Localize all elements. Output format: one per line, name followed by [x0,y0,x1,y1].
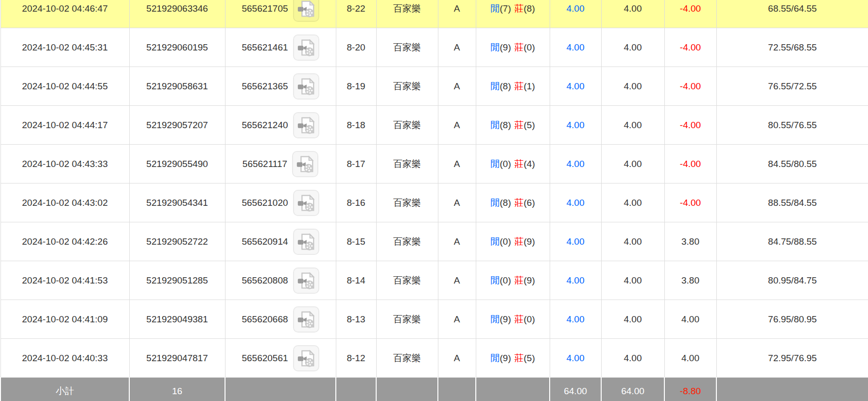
banker-score: (5) [524,120,535,130]
banker-result: 莊(5) [515,353,535,363]
banker-label: 莊 [515,314,524,324]
cell-bet-id: 521929058631 [129,67,225,106]
cell-bet-amount: 4.00 [550,106,601,145]
cell-table-code: A [438,261,476,300]
cell-bet-id: 521929057207 [129,106,225,145]
cell-valid-bet-amount: 4.00 [601,222,664,261]
cell-table-code: A [438,339,476,378]
round-id-with-replay: 565620561 [226,345,336,371]
banker-label: 莊 [515,3,524,14]
subtotal-count: 16 [129,378,225,401]
cell-round-number: 8-16 [336,184,376,222]
cell-bet-id: 521929049381 [129,300,225,339]
subtotal-empty-result [476,378,550,401]
cell-game-result: 閒(8)莊(1) [476,67,550,106]
cell-bet-id: 521929051285 [129,261,225,300]
cell-bet-id: 521929054341 [129,184,225,222]
cell-game-name: 百家樂 [376,106,438,145]
cell-win-loss: 3.80 [664,222,716,261]
cell-valid-bet-amount: 4.00 [601,0,664,28]
cell-table-code: A [438,0,476,28]
cell-table-code: A [438,145,476,184]
cell-round-id: 565620914 [225,222,336,261]
video-replay-button[interactable] [293,190,319,216]
cell-game-result: 閒(7)莊(8) [476,0,550,28]
cell-balance: 72.95/76.95 [716,339,868,378]
round-id-with-replay: 565621705 [226,0,336,22]
cell-game-result: 閒(9)莊(0) [476,28,550,67]
round-id-number: 565620561 [242,353,288,364]
video-replay-button[interactable] [293,73,319,100]
cell-bet-id: 521929052722 [129,222,225,261]
subtotal-empty-balance [716,378,868,401]
round-id-with-replay: 565620808 [226,267,336,294]
banker-score: (8) [524,3,535,14]
cell-bet-time: 2024-10-02 04:41:53 [0,261,129,300]
cell-game-name: 百家樂 [376,67,438,106]
cell-game-result: 閒(9)莊(0) [476,300,550,339]
round-id-number: 565621020 [242,198,288,208]
subtotal-bet-total: 64.00 [550,378,601,401]
banker-result: 莊(0) [515,314,535,324]
subtotal-empty-round-id [225,378,336,401]
cell-bet-time: 2024-10-02 04:44:55 [0,67,129,106]
video-replay-button[interactable] [293,229,319,255]
cell-win-loss: -4.00 [664,67,716,106]
player-result: 閒(9) [490,353,511,363]
cell-round-number: 8-15 [336,222,376,261]
cell-balance: 68.55/64.55 [716,0,868,28]
banker-label: 莊 [515,353,524,363]
player-result: 閒(0) [490,236,511,247]
bet-records-table-container: 2024-10-02 04:46:47 521929063346 5656217… [0,0,868,401]
cell-round-number: 8-14 [336,261,376,300]
cell-table-code: A [438,184,476,222]
round-id-number: 565620808 [242,275,288,286]
player-label: 閒 [490,81,500,91]
video-replay-button[interactable] [293,306,319,333]
video-replay-button[interactable] [293,267,319,294]
cell-bet-id: 521929063346 [129,0,225,28]
subtotal-label: 小計 [0,378,129,401]
cell-game-result: 閒(0)莊(9) [476,222,550,261]
banker-label: 莊 [515,198,524,208]
banker-result: 莊(1) [515,81,535,91]
round-id-with-replay: 565621240 [226,112,336,138]
round-id-number: 565621365 [242,81,288,92]
table-row: 2024-10-02 04:40:33 521929047817 5656205… [0,339,868,378]
banker-result: 莊(5) [515,120,535,130]
video-replay-button[interactable] [293,0,319,22]
video-replay-button[interactable] [293,34,319,61]
cell-valid-bet-amount: 4.00 [601,261,664,300]
cell-game-name: 百家樂 [376,300,438,339]
cell-valid-bet-amount: 4.00 [601,106,664,145]
cell-round-id: 565621365 [225,67,336,106]
banker-result: 莊(0) [515,42,535,52]
cell-game-name: 百家樂 [376,28,438,67]
cell-bet-time: 2024-10-02 04:40:33 [0,339,129,378]
banker-label: 莊 [515,236,524,247]
video-replay-button[interactable] [292,151,318,177]
cell-valid-bet-amount: 4.00 [601,300,664,339]
subtotal-empty-table [438,378,476,401]
table-row: 2024-10-02 04:43:02 521929054341 5656210… [0,184,868,222]
banker-label: 莊 [515,81,524,91]
round-id-number: 565621117 [243,159,287,169]
subtotal-row: 小計 16 64.00 64.00 -8.80 [0,378,868,401]
cell-round-number: 8-18 [336,106,376,145]
player-score: (7) [500,3,511,14]
round-id-number: 565621461 [242,42,288,53]
round-id-number: 565621240 [242,120,288,131]
cell-bet-time: 2024-10-02 04:45:31 [0,28,129,67]
video-replay-button[interactable] [293,345,319,371]
cell-round-id: 565621240 [225,106,336,145]
cell-bet-amount: 4.00 [550,67,601,106]
cell-valid-bet-amount: 4.00 [601,184,664,222]
video-replay-button[interactable] [293,112,319,138]
player-label: 閒 [490,159,500,169]
banker-score: (0) [524,314,535,324]
subtotal-empty-round [336,378,376,401]
cell-game-name: 百家樂 [376,222,438,261]
cell-bet-amount: 4.00 [550,222,601,261]
cell-round-id: 565621117 [225,145,336,184]
video-replay-file-icon [296,348,316,368]
